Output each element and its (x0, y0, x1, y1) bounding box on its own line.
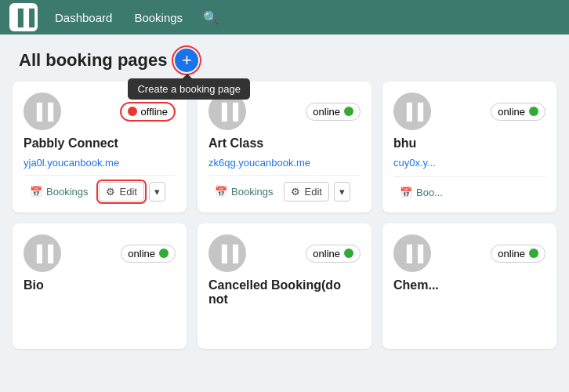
calendar-icon-1: 📅 (30, 186, 42, 198)
card-top-6: ▐▐ online (393, 234, 545, 272)
avatar-3: ▐▐ (393, 93, 431, 130)
status-badge-5: online (306, 245, 361, 263)
card-bio: ▐▐ online Bio (13, 223, 187, 349)
card-name-4: Bio (24, 278, 176, 292)
calendar-icon-3: 📅 (400, 187, 412, 198)
app-header: ▐▐ Dashboard Bookings 🔍 (0, 0, 569, 34)
bookings-label-1: Bookings (46, 186, 88, 198)
logo-icon: ▐▐ (13, 9, 34, 27)
status-badge-6: online (491, 245, 545, 263)
card-footer-3: 📅 Boo... (393, 176, 545, 201)
status-label-2: online (313, 106, 340, 118)
search-icon[interactable]: 🔍 (203, 10, 219, 25)
page-title: All booking pages (19, 50, 167, 71)
online-dot-3 (529, 107, 538, 116)
card-bhu: ▐▐ online bhu cuy0x.y... 📅 Boo... (382, 82, 556, 212)
logo: ▐▐ (9, 3, 38, 31)
status-label-4: online (128, 248, 155, 260)
online-dot-5 (344, 249, 353, 258)
dropdown-button-1[interactable]: ▾ (149, 182, 165, 201)
card-top-5: ▐▐ online (208, 234, 361, 272)
offline-dot-1 (128, 107, 137, 116)
online-dot-2 (344, 107, 353, 116)
edit-label-2: Edit (304, 186, 321, 198)
booking-pages-grid: ▐▐ offline Pabbly Connect yja0l.youcanbo… (0, 82, 569, 349)
avatar-5: ▐▐ (208, 234, 246, 272)
edit-button-2[interactable]: ⚙ Edit (284, 182, 328, 201)
card-name-5: Cancelled Booking(do not (208, 278, 361, 307)
chevron-icon-2: ▾ (339, 186, 345, 198)
avatar-icon-4: ▐▐ (31, 245, 53, 263)
status-label-5: online (313, 248, 340, 260)
status-label-1: offline (141, 106, 168, 118)
card-name-2: Art Class (208, 136, 361, 151)
avatar-icon-2: ▐▐ (216, 103, 238, 121)
online-dot-4 (159, 249, 169, 258)
bookings-button-1[interactable]: 📅 Bookings (24, 183, 94, 201)
avatar-1: ▐▐ (24, 93, 61, 130)
card-top-4: ▐▐ online (24, 234, 176, 272)
gear-icon-1: ⚙ (106, 186, 115, 198)
card-footer-1: 📅 Bookings ⚙ Edit ▾ (24, 175, 176, 201)
card-art-class: ▐▐ online Art Class zk6qg.youcanbook.me … (198, 82, 371, 212)
card-url-2[interactable]: zk6qg.youcanbook.me (208, 157, 361, 169)
online-dot-6 (529, 249, 538, 258)
status-label-6: online (498, 248, 525, 260)
edit-label-1: Edit (119, 186, 136, 198)
bookings-button-2[interactable]: 📅 Bookings (208, 183, 279, 201)
avatar-icon-1: ▐▐ (31, 103, 53, 121)
edit-button-1[interactable]: ⚙ Edit (99, 182, 143, 201)
dropdown-button-2[interactable]: ▾ (334, 182, 350, 201)
avatar-icon-6: ▐▐ (401, 245, 423, 263)
bookings-label-2: Bookings (231, 186, 273, 198)
page-header: All booking pages + Create a booking pag… (0, 34, 569, 82)
card-url-1[interactable]: yja0l.youcanbook.me (24, 157, 176, 169)
status-label-3: online (498, 106, 525, 118)
status-badge-1: offline (120, 102, 176, 122)
card-chem: ▐▐ online Chem... (382, 223, 556, 349)
add-booking-wrapper: + Create a booking page (175, 49, 198, 72)
chevron-icon-1: ▾ (154, 186, 160, 198)
card-name-6: Chem... (393, 278, 545, 292)
calendar-icon-2: 📅 (215, 186, 227, 198)
avatar-icon-3: ▐▐ (401, 103, 423, 121)
avatar-6: ▐▐ (393, 234, 431, 272)
card-url-3[interactable]: cuy0x.y... (393, 157, 545, 169)
nav-bookings[interactable]: Bookings (129, 8, 187, 27)
bookings-button-3[interactable]: 📅 Boo... (393, 183, 449, 201)
nav-dashboard[interactable]: Dashboard (50, 8, 117, 27)
status-badge-2: online (306, 103, 361, 121)
bookings-label-3: Boo... (416, 187, 443, 198)
avatar-4: ▐▐ (24, 234, 61, 272)
status-badge-3: online (491, 103, 545, 121)
card-top-3: ▐▐ online (393, 93, 545, 130)
card-pabbly-connect: ▐▐ offline Pabbly Connect yja0l.youcanbo… (13, 82, 187, 212)
gear-icon-2: ⚙ (291, 186, 300, 198)
tooltip-create-booking: Create a booking page (128, 78, 250, 100)
status-badge-4: online (121, 245, 176, 263)
card-name-3: bhu (393, 136, 545, 151)
card-cancelled: ▐▐ online Cancelled Booking(do not (198, 223, 371, 349)
add-booking-button[interactable]: + (175, 49, 198, 72)
card-name-1: Pabbly Connect (24, 136, 176, 151)
card-footer-2: 📅 Bookings ⚙ Edit ▾ (208, 175, 361, 201)
avatar-icon-5: ▐▐ (216, 245, 238, 263)
